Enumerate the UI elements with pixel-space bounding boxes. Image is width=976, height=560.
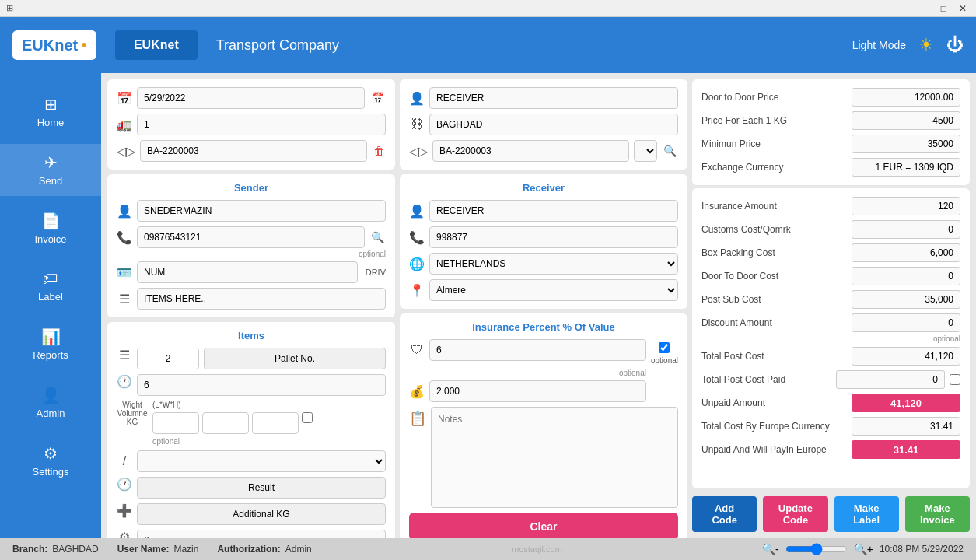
receiver-search-btn[interactable]: 🔍 — [662, 143, 678, 159]
receiver-city-input[interactable] — [429, 114, 678, 135]
sender-name-row: 👤 — [117, 200, 386, 222]
items-list-icon: ☰ — [117, 348, 132, 369]
recv-country-select[interactable]: NETHERLANDS — [429, 253, 678, 275]
close-button[interactable]: ✕ — [956, 3, 970, 14]
insurance-value2-row: 💰 — [409, 380, 646, 402]
insurance-value1-input[interactable] — [429, 339, 646, 361]
rp-box-row: Box Packing Cost 6,000 — [701, 241, 960, 264]
rp-per-kg-label: Price For Each 1 KG — [701, 115, 852, 126]
sender-id-input[interactable] — [137, 261, 358, 283]
rp-total-post-label: Total Post Cost — [701, 351, 852, 362]
make-invoice-btn[interactable]: Make Invoice — [905, 496, 970, 532]
sidebar-item-home[interactable]: ⊞ Home — [0, 86, 101, 138]
zoom-out-btn[interactable]: 🔍- — [762, 543, 779, 555]
username-label: User Name: — [117, 544, 170, 555]
rp-unpaid-europe-value: 31.41 — [852, 440, 960, 459]
pallet-btn[interactable]: Pallet No. — [204, 348, 386, 369]
items-select[interactable] — [137, 450, 386, 472]
notes-textarea[interactable] — [431, 407, 678, 508]
recv-name-input[interactable] — [429, 200, 678, 222]
receiver-code-select[interactable] — [634, 140, 657, 162]
zoom-in-btn[interactable]: 🔍+ — [854, 543, 873, 555]
datetime-value: 10:08 PM 5/29/2022 — [880, 544, 964, 555]
update-code-btn[interactable]: Update Code — [763, 496, 827, 532]
sidebar-label-send: Send — [39, 175, 62, 187]
sender-phone-input[interactable] — [137, 226, 365, 248]
driv-label: DRIV — [366, 268, 386, 277]
send-icon: ✈ — [44, 153, 58, 172]
additional-kg-btn[interactable]: Additional KG — [137, 503, 386, 525]
recv-name-row: 👤 — [409, 200, 678, 222]
sender-items-input[interactable] — [137, 288, 386, 310]
sender-optional-label: optional — [117, 250, 386, 258]
main-content: 📅 📅 🚛 ◁▷ 🗑 Sender 👤 📞 — [101, 73, 976, 538]
username-value: Mazin — [173, 544, 198, 555]
receiver-name-input[interactable] — [429, 87, 678, 109]
rp-per-kg-value: 4500 — [852, 111, 960, 130]
insurance-title: Insurance Percent % Of Value — [409, 321, 678, 333]
volume-label: Volumne — [117, 409, 148, 418]
length-input[interactable] — [152, 412, 199, 434]
height-input[interactable] — [252, 412, 299, 434]
sidebar-item-admin[interactable]: 👤 Admin — [0, 376, 101, 429]
rp-box-value: 6,000 — [852, 243, 960, 262]
truck-input[interactable] — [137, 114, 386, 135]
sidebar-item-label[interactable]: 🏷 Label — [0, 261, 101, 312]
rp-door-price-label: Door to Door Price — [701, 92, 852, 103]
weight-input[interactable] — [137, 374, 386, 396]
sender-search-btn[interactable]: 🔍 — [369, 229, 386, 245]
branch-label: Branch: — [12, 544, 47, 555]
notes-icon: 📋 — [409, 407, 426, 427]
nav-right: Light Mode ☀ ⏻ — [852, 35, 964, 55]
restore-button[interactable]: □ — [938, 3, 950, 14]
rp-top-card: Door to Door Price 12000.00 Price For Ea… — [692, 79, 970, 185]
sidebar-label-home: Home — [37, 117, 65, 128]
minimize-button[interactable]: ─ — [918, 3, 932, 14]
width-input[interactable] — [202, 412, 249, 434]
total-paid-checkbox[interactable] — [950, 374, 960, 385]
items-weight-row: 🕐 — [117, 374, 386, 396]
sidebar-label-reports: Reports — [33, 349, 68, 361]
add-code-btn[interactable]: Add Code — [692, 496, 757, 532]
euknet-button[interactable]: EUKnet — [115, 30, 198, 60]
insurance-value2-input[interactable] — [429, 380, 646, 402]
sidebar-item-send[interactable]: ✈ Send — [0, 144, 101, 196]
code-input[interactable] — [140, 140, 367, 162]
sidebar-item-reports[interactable]: 📊 Reports — [0, 318, 101, 370]
make-label-btn[interactable]: Make Label — [834, 496, 899, 532]
rp-discount-label: Discount Amount — [701, 317, 852, 328]
result-btn[interactable]: Result — [137, 477, 386, 499]
insurance-optional1: optional — [409, 369, 646, 377]
calendar-btn[interactable]: 📅 — [369, 90, 386, 106]
sender-name-input[interactable] — [137, 200, 386, 222]
insurance-checkbox-area: optional — [651, 342, 678, 365]
sender-person-icon: 👤 — [117, 204, 132, 219]
auth-value: Admin — [285, 544, 312, 555]
shield-icon: 🛡 — [409, 343, 425, 357]
invoice-icon: 📄 — [41, 212, 61, 230]
sidebar-item-settings[interactable]: ⚙ Settings — [0, 435, 101, 487]
admin-icon: 👤 — [41, 386, 61, 404]
lwh-row — [152, 412, 386, 434]
rp-exchange-label: Exchange Currency — [701, 162, 852, 173]
date-input[interactable] — [137, 87, 365, 109]
clear-btn[interactable]: Clear — [409, 513, 678, 541]
rp-dtd-value: 0 — [852, 267, 960, 285]
recv-phone-input[interactable] — [429, 226, 678, 248]
right-panel: Door to Door Price 12000.00 Price For Ea… — [692, 79, 970, 532]
recv-city-select[interactable]: Almere — [429, 279, 678, 301]
sidebar-item-invoice[interactable]: 📄 Invoice — [0, 202, 101, 254]
receiver-code-input[interactable] — [432, 140, 629, 162]
kg-label: KG — [127, 418, 138, 426]
insurance-checkbox[interactable] — [659, 342, 670, 353]
rp-post-sub-value: 35,000 — [852, 290, 960, 309]
exit-button[interactable]: ⏻ — [946, 35, 964, 55]
zoom-slider[interactable] — [785, 543, 848, 555]
recv-city-row: 📍 Almere — [409, 279, 678, 301]
lwh-checkbox[interactable] — [302, 412, 313, 423]
items-quantity-input[interactable] — [137, 348, 199, 369]
receiver-person-row: 👤 — [409, 87, 678, 109]
top-nav: EUKnet • EUKnet Transport Company Light … — [0, 17, 976, 73]
branch-status: Branch: BAGHDAD — [12, 544, 99, 555]
delete-btn[interactable]: 🗑 — [372, 143, 386, 159]
